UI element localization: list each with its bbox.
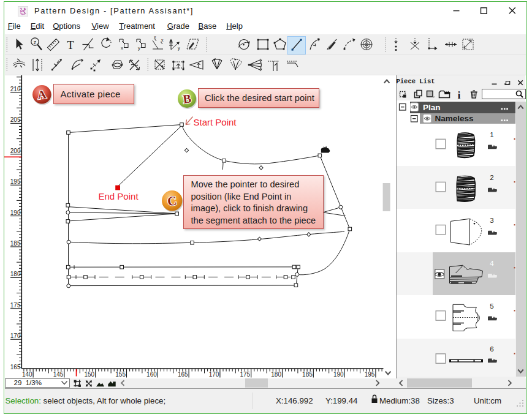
svg-text:x: x [154,35,156,39]
svg-text:y: y [178,45,180,51]
svg-text:2: 2 [490,174,493,181]
svg-text:T: T [67,39,74,51]
svg-text:6: 6 [490,345,493,353]
svg-text:x: x [161,38,164,42]
svg-text:i: i [458,90,461,100]
svg-text:205: 205 [10,116,21,123]
svg-text:End Point: End Point [99,191,139,201]
svg-text:x: x [121,45,123,51]
svg-text:190: 190 [10,209,21,216]
svg-text:4: 4 [490,260,494,267]
svg-text:180: 180 [10,271,21,277]
svg-text:210: 210 [10,86,21,92]
svg-text:195: 195 [10,178,21,185]
svg-text:3: 3 [490,217,493,224]
svg-text:185: 185 [10,240,21,247]
svg-text:1: 1 [490,131,493,138]
svg-text:175: 175 [10,302,21,309]
svg-text:165: 165 [10,364,21,370]
svg-text:140: 140 [22,371,32,378]
svg-text:Start Point: Start Point [194,117,237,127]
svg-text:y: y [138,45,140,51]
svg-text:200: 200 [10,148,21,154]
svg-text:z: z [34,39,37,45]
svg-text:5: 5 [490,302,493,310]
svg-text:170: 170 [10,332,21,339]
